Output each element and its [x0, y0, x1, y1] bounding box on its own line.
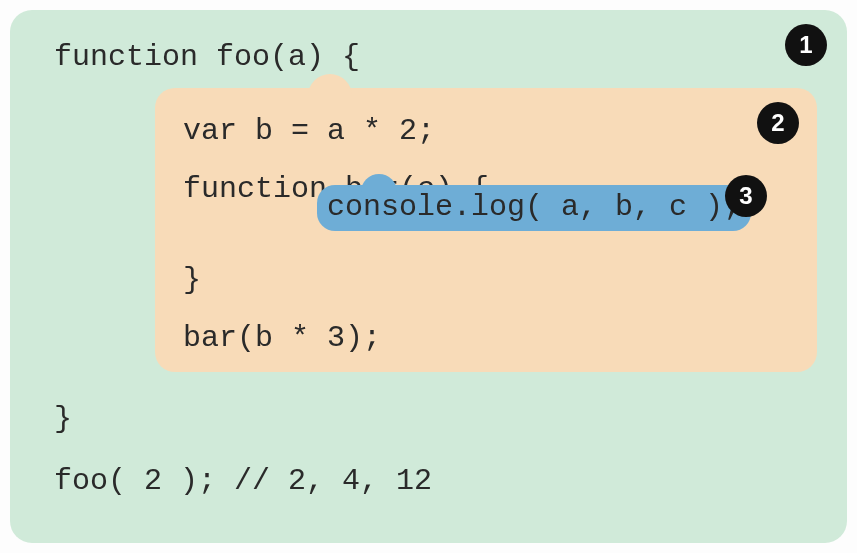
- scope-global: function foo(a) { var b = a * 2; functio…: [10, 10, 847, 543]
- scope-badge-1: 1: [785, 24, 827, 66]
- scope-badge-2: 2: [757, 102, 799, 144]
- code-line-bar-close: }: [183, 259, 797, 303]
- code-line-bar-call: bar(b * 3);: [183, 317, 797, 361]
- scope-foo: var b = a * 2; function bar(c) { console…: [155, 88, 817, 372]
- scope-bar: console.log( a, b, c );: [317, 185, 751, 231]
- code-line-foo-call: foo( 2 ); // 2, 4, 12: [54, 460, 432, 504]
- scope-badge-3: 3: [725, 175, 767, 217]
- code-line-foo-close: }: [54, 398, 72, 442]
- code-line-var-b: var b = a * 2;: [183, 110, 797, 154]
- code-line-foo-decl: function foo(a) {: [54, 36, 817, 80]
